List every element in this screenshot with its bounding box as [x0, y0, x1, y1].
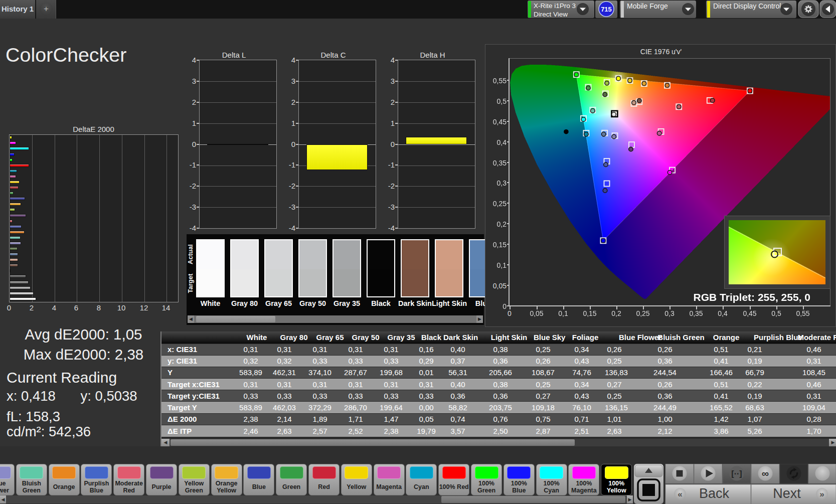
svg-text:Direct Display Control: Direct Display Control — [713, 2, 781, 10]
svg-text:«: « — [678, 489, 682, 499]
svg-text:Direct View: Direct View — [534, 11, 568, 18]
svg-text:»: » — [819, 489, 824, 499]
svg-text:X-Rite i1Pro 3: X-Rite i1Pro 3 — [534, 2, 576, 10]
svg-text:Back: Back — [699, 486, 730, 501]
svg-text:Mobile Forge: Mobile Forge — [627, 2, 668, 10]
svg-text:∞: ∞ — [762, 468, 769, 479]
svg-text:[··]: [··] — [731, 469, 742, 478]
svg-text:Next: Next — [773, 486, 801, 501]
svg-text:715: 715 — [601, 6, 612, 13]
